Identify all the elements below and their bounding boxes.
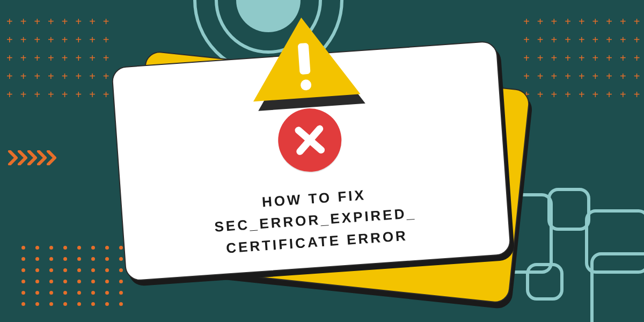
- headline-text: HOW TO FIX SEC_ERROR_EXPIRED_ CERTIFICAT…: [163, 177, 467, 263]
- plus-grid-left: ++++++++++++++++++++++++++++++++++++++++: [6, 16, 109, 100]
- hero-card: HOW TO FIX SEC_ERROR_EXPIRED_ CERTIFICAT…: [113, 48, 531, 284]
- error-x-icon: [276, 106, 343, 174]
- dot-grid: [21, 246, 126, 306]
- warning-triangle-icon: [237, 13, 372, 107]
- chevron-row-icon: [8, 150, 56, 165]
- plus-grid-right: ++++++++++++++++++++++++++++++++++++++++…: [523, 16, 644, 100]
- hero-card-front: HOW TO FIX SEC_ERROR_EXPIRED_ CERTIFICAT…: [111, 40, 511, 281]
